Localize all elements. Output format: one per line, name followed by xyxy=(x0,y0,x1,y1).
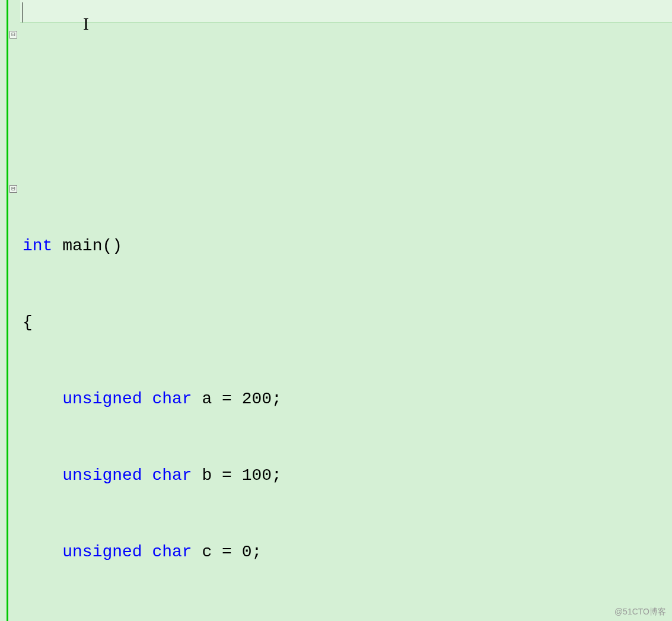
code-content[interactable]: I int main() { unsigned char a = 200; un… xyxy=(20,0,672,621)
code-line: { xyxy=(20,310,672,335)
fold-icon[interactable]: ⊟ xyxy=(9,31,17,39)
code-line: unsigned char b = 100; xyxy=(20,463,672,488)
fold-column: ⊟ ⊟ xyxy=(8,0,20,621)
code-line: int main() xyxy=(20,233,672,259)
code-editor[interactable]: ⊟ ⊟ I int main() { unsigned char a = 200… xyxy=(0,0,672,621)
code-line xyxy=(20,616,672,621)
code-line: unsigned char c = 0; xyxy=(20,539,672,565)
text-caret xyxy=(23,2,23,23)
margin-gutter xyxy=(0,0,8,621)
code-line xyxy=(20,157,672,182)
fold-icon[interactable]: ⊟ xyxy=(9,185,17,193)
current-line-highlight xyxy=(20,0,672,23)
code-line: unsigned char a = 200; xyxy=(20,386,672,412)
watermark-text: @51CTO博客 xyxy=(614,607,666,617)
